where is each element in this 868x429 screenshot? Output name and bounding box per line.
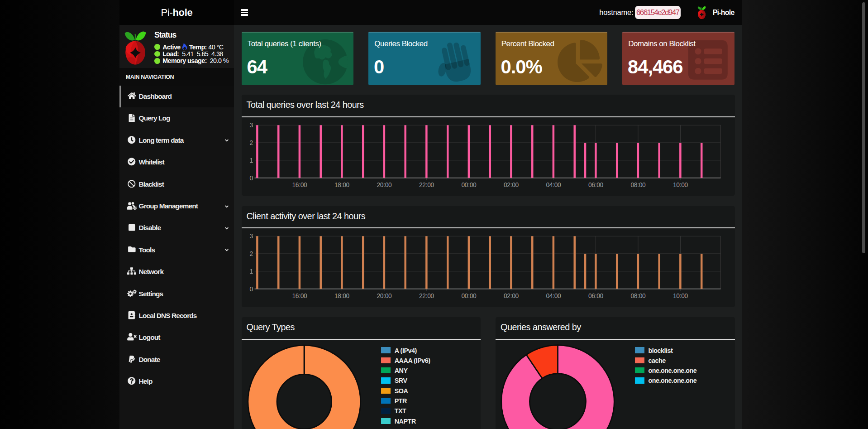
svg-text:3: 3 [249, 233, 253, 240]
svg-text:18:00: 18:00 [334, 292, 349, 299]
svg-text:20:00: 20:00 [377, 292, 392, 299]
svg-text:20:00: 20:00 [377, 181, 392, 188]
svg-text:10:00: 10:00 [672, 181, 688, 188]
svg-text:16:00: 16:00 [292, 292, 307, 299]
svg-text:22:00: 22:00 [419, 292, 434, 299]
svg-text:10:00: 10:00 [672, 292, 688, 299]
svg-text:2: 2 [249, 251, 253, 258]
svg-text:2: 2 [249, 139, 253, 146]
svg-text:08:00: 08:00 [630, 181, 646, 188]
svg-text:3: 3 [249, 121, 253, 129]
svg-text:16:00: 16:00 [292, 181, 307, 188]
svg-text:08:00: 08:00 [630, 292, 646, 299]
svg-text:18:00: 18:00 [334, 181, 349, 188]
svg-text:04:00: 04:00 [546, 181, 561, 188]
svg-text:06:00: 06:00 [588, 181, 603, 188]
svg-text:1: 1 [249, 156, 253, 164]
svg-text:02:00: 02:00 [503, 181, 519, 188]
svg-text:00:00: 00:00 [461, 292, 477, 299]
svg-text:22:00: 22:00 [419, 181, 434, 188]
svg-text:0: 0 [249, 174, 253, 181]
svg-text:04:00: 04:00 [546, 292, 561, 299]
svg-text:00:00: 00:00 [461, 181, 477, 188]
svg-text:02:00: 02:00 [503, 292, 519, 299]
svg-text:06:00: 06:00 [588, 292, 603, 299]
svg-text:0: 0 [249, 285, 253, 293]
svg-text:1: 1 [249, 268, 253, 275]
